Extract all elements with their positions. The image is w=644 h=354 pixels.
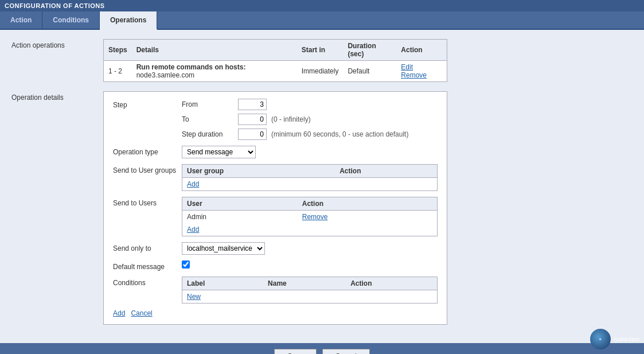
- user-row: Admin Remove: [182, 211, 438, 224]
- send-user-groups-section: Send to User groups User group Action: [113, 164, 438, 191]
- default-message-content: [182, 260, 438, 270]
- operation-type-content: Send message Remote command: [182, 146, 438, 158]
- col-action-header: Action: [396, 40, 447, 61]
- col-user-group-action: Action: [335, 165, 437, 178]
- duration-input[interactable]: [238, 129, 267, 140]
- operation-type-label: Operation type: [113, 146, 182, 156]
- conditions-section: Conditions Label Name Action: [113, 277, 438, 304]
- operation-details-label: Operation details: [11, 91, 103, 325]
- tab-action[interactable]: Action: [0, 11, 42, 29]
- step-section: Step From To (0 - infinitely) Step dur: [113, 99, 438, 140]
- title-bar: CONFIGURATION OF ACTIONS: [0, 0, 644, 11]
- col-user: User: [182, 197, 298, 211]
- duration-hint: (minimum 60 seconds, 0 - use action defa…: [271, 130, 408, 138]
- detail-box: Step From To (0 - infinitely) Step dur: [103, 91, 447, 325]
- row-details-value: node3.samlee.com: [136, 71, 194, 79]
- send-only-to-content: localhost_mailservice: [182, 242, 438, 255]
- step-label: Step: [113, 99, 182, 109]
- users-add-row: Add: [182, 223, 438, 236]
- operations-table: Steps Details Start in Duration (sec) Ac…: [103, 39, 447, 82]
- user-groups-add-row: Add: [182, 178, 438, 191]
- default-message-checkbox[interactable]: [182, 260, 190, 269]
- conditions-table: Label Name Action New: [182, 277, 438, 304]
- send-users-section: Send to Users User Action: [113, 197, 438, 236]
- remove-user-link[interactable]: Remove: [302, 213, 328, 221]
- from-input[interactable]: [238, 99, 267, 110]
- title-text: CONFIGURATION OF ACTIONS: [5, 2, 105, 9]
- row-details: Run remote commands on hosts: node3.saml…: [132, 61, 297, 82]
- to-hint: (0 - infinitely): [271, 115, 311, 123]
- user-action-cell: Remove: [298, 211, 438, 224]
- operation-details-section: Operation details Step From To (0 - i: [11, 91, 633, 325]
- add-user-group-link[interactable]: Add: [187, 180, 199, 188]
- save-button[interactable]: Save: [274, 349, 316, 354]
- col-user-action: Action: [298, 197, 438, 211]
- send-user-groups-content: User group Action Add: [182, 164, 438, 191]
- user-name-cell: Admin: [182, 211, 298, 224]
- add-user-link[interactable]: Add: [187, 225, 199, 234]
- duration-label: Step duration: [182, 130, 233, 138]
- row-start-in: Immediately: [297, 61, 344, 82]
- col-steps: Steps: [104, 40, 132, 61]
- send-users-label: Send to Users: [113, 197, 182, 207]
- edit-link[interactable]: Edit: [401, 63, 413, 71]
- footer-bar: Save Cancel ● iyunv.com: [0, 343, 644, 354]
- col-details: Details: [132, 40, 297, 61]
- row-steps: 1 - 2: [104, 61, 132, 82]
- send-only-to-section: Send only to localhost_mailservice: [113, 242, 438, 255]
- conditions-label: Conditions: [113, 277, 182, 287]
- col-label: Label: [182, 277, 264, 290]
- send-only-to-select[interactable]: localhost_mailservice: [182, 242, 265, 255]
- col-name: Name: [263, 277, 346, 290]
- tab-operations[interactable]: Operations: [100, 11, 157, 30]
- cancel-button[interactable]: Cancel: [322, 349, 370, 354]
- operation-details-content: Step From To (0 - infinitely) Step dur: [103, 91, 633, 325]
- add-cancel-row: Add Cancel: [113, 309, 438, 317]
- col-user-group: User group: [182, 165, 335, 178]
- from-label: From: [182, 100, 233, 108]
- main-content: Action operations Steps Details Start in…: [0, 30, 644, 343]
- watermark-text: iyunv.com: [614, 336, 639, 343]
- to-input[interactable]: [238, 114, 267, 125]
- action-operations-content: Steps Details Start in Duration (sec) Ac…: [103, 39, 633, 82]
- table-row: 1 - 2 Run remote commands on hosts: node…: [104, 61, 447, 82]
- default-message-section: Default message: [113, 260, 438, 271]
- action-operations-section: Action operations Steps Details Start in…: [11, 39, 633, 82]
- tab-bar: Action Conditions Operations: [0, 11, 644, 30]
- col-cond-action: Action: [346, 277, 437, 290]
- col-start-in: Start in: [297, 40, 344, 61]
- tab-conditions[interactable]: Conditions: [42, 11, 100, 29]
- col-duration: Duration (sec): [343, 40, 396, 61]
- operation-type-section: Operation type Send message Remote comma…: [113, 146, 438, 158]
- row-action-links: Edit Remove: [396, 61, 447, 82]
- users-table: User Action Admin Remove: [182, 197, 438, 236]
- cancel-detail-link[interactable]: Cancel: [131, 309, 152, 317]
- watermark: ● iyunv.com: [590, 329, 639, 349]
- row-details-bold: Run remote commands on hosts:: [136, 63, 246, 71]
- send-users-content: User Action Admin Remove: [182, 197, 438, 236]
- step-content: From To (0 - infinitely) Step duration (…: [182, 99, 438, 140]
- action-operations-label: Action operations: [11, 39, 103, 82]
- conditions-content: Label Name Action New: [182, 277, 438, 304]
- watermark-icon: ●: [590, 329, 611, 349]
- default-message-label: Default message: [113, 260, 182, 271]
- operation-type-select[interactable]: Send message Remote command: [182, 146, 256, 158]
- send-user-groups-label: Send to User groups: [113, 164, 182, 174]
- add-link[interactable]: Add: [113, 309, 125, 317]
- new-condition-link[interactable]: New: [187, 293, 201, 301]
- to-label: To: [182, 115, 233, 123]
- user-groups-table: User group Action Add: [182, 164, 438, 191]
- row-duration: Default: [343, 61, 396, 82]
- remove-link[interactable]: Remove: [401, 71, 427, 79]
- conditions-new-row: New: [182, 290, 438, 304]
- send-only-to-label: Send only to: [113, 242, 182, 252]
